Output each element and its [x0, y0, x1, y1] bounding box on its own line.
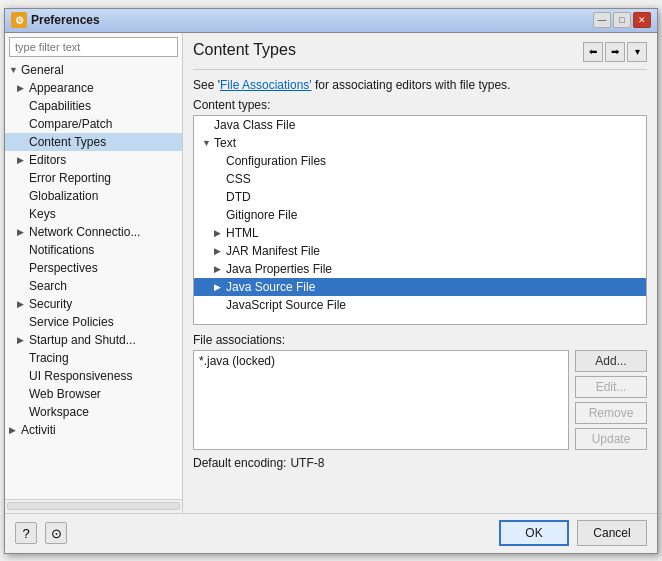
tree-item-activiti[interactable]: ▶ Activiti: [5, 421, 182, 439]
arrow-icon: [17, 101, 29, 111]
tree-item-capabilities[interactable]: Capabilities: [5, 97, 182, 115]
arrow-icon: [17, 245, 29, 255]
tree-item-globalization[interactable]: Globalization: [5, 187, 182, 205]
ct-configuration-files[interactable]: Configuration Files: [194, 152, 646, 170]
tree-item-content-types[interactable]: Content Types: [5, 133, 182, 151]
tree-item-appearance[interactable]: ▶ Appearance: [5, 79, 182, 97]
back-button[interactable]: ⬅: [583, 42, 603, 62]
arrow-icon: ▶: [17, 155, 29, 165]
tree-item-notifications[interactable]: Notifications: [5, 241, 182, 259]
maximize-button[interactable]: □: [613, 12, 631, 28]
panel-title: Content Types: [193, 41, 296, 63]
dropdown-button[interactable]: ▾: [627, 42, 647, 62]
arrow-icon: [17, 371, 29, 381]
arrow-icon: ▶: [9, 425, 21, 435]
arrow-icon: ▶: [17, 335, 29, 345]
tree-item-service-policies[interactable]: Service Policies: [5, 313, 182, 331]
file-assoc-item[interactable]: *.java (locked): [199, 354, 563, 368]
tree-item-tracing[interactable]: Tracing: [5, 349, 182, 367]
title-bar: ⚙ Preferences — □ ✕: [5, 9, 657, 33]
tree-area: ▼ General ▶ Appearance Capabilities Com: [5, 61, 182, 499]
dialog-buttons: OK Cancel: [499, 520, 647, 546]
arrow-icon: [17, 317, 29, 327]
cancel-button[interactable]: Cancel: [577, 520, 647, 546]
arrow-icon: ▼: [9, 65, 21, 75]
navigation-buttons: ⬅ ➡ ▾: [583, 42, 647, 62]
window-controls: — □ ✕: [593, 12, 651, 28]
bottom-bar: ? ⊙ OK Cancel: [5, 513, 657, 553]
ct-jar-manifest[interactable]: ▶ JAR Manifest File: [194, 242, 646, 260]
tree-item-editors[interactable]: ▶ Editors: [5, 151, 182, 169]
divider: [193, 69, 647, 70]
edit-button[interactable]: Edit...: [575, 376, 647, 398]
arrow-icon: [17, 263, 29, 273]
tree-item-perspectives[interactable]: Perspectives: [5, 259, 182, 277]
horizontal-scrollbar[interactable]: [5, 499, 182, 513]
arrow-icon: [17, 191, 29, 201]
content-types-label: Content types:: [193, 98, 647, 112]
remove-button[interactable]: Remove: [575, 402, 647, 424]
preferences-window: ⚙ Preferences — □ ✕ ▼ General ▶ Appearan…: [4, 8, 658, 554]
default-encoding-row: Default encoding: UTF-8: [193, 456, 647, 470]
window-title: Preferences: [31, 13, 593, 27]
arrow-icon: [17, 119, 29, 129]
arrow-icon: [17, 353, 29, 363]
ct-java-source[interactable]: ▶ Java Source File: [194, 278, 646, 296]
tree-item-ui-responsiveness[interactable]: UI Responsiveness: [5, 367, 182, 385]
file-associations-list[interactable]: *.java (locked): [193, 350, 569, 450]
ct-java-class-file[interactable]: Java Class File: [194, 116, 646, 134]
update-button[interactable]: Update: [575, 428, 647, 450]
help-button[interactable]: ?: [15, 522, 37, 544]
arrow-icon: [17, 173, 29, 183]
tree-item-general[interactable]: ▼ General: [5, 61, 182, 79]
content-area: ▼ General ▶ Appearance Capabilities Com: [5, 33, 657, 513]
info-button[interactable]: ⊙: [45, 522, 67, 544]
ct-text[interactable]: ▼ Text: [194, 134, 646, 152]
ct-java-properties[interactable]: ▶ Java Properties File: [194, 260, 646, 278]
tree-item-keys[interactable]: Keys: [5, 205, 182, 223]
arrow-icon: [17, 209, 29, 219]
add-button[interactable]: Add...: [575, 350, 647, 372]
description-text: See 'File Associations' for associating …: [193, 78, 647, 92]
file-associations-link[interactable]: File Associations': [220, 78, 312, 92]
ct-javascript-source[interactable]: JavaScript Source File: [194, 296, 646, 314]
arrow-icon: ▶: [17, 299, 29, 309]
ct-dtd[interactable]: DTD: [194, 188, 646, 206]
scrollbar-track[interactable]: [7, 502, 180, 510]
description-prefix: See ': [193, 78, 220, 92]
tree-item-security[interactable]: ▶ Security: [5, 295, 182, 313]
content-types-list[interactable]: Java Class File ▼ Text Configuration Fil…: [193, 115, 647, 325]
arrow-icon: ▶: [17, 227, 29, 237]
forward-button[interactable]: ➡: [605, 42, 625, 62]
tree-item-web-browser[interactable]: Web Browser: [5, 385, 182, 403]
arrow-icon: [17, 407, 29, 417]
file-associations-label: File associations:: [193, 333, 647, 347]
tree-item-workspace[interactable]: Workspace: [5, 403, 182, 421]
close-button[interactable]: ✕: [633, 12, 651, 28]
default-encoding-label: Default encoding:: [193, 456, 286, 470]
file-associations-area: *.java (locked) Add... Edit... Remove Up…: [193, 350, 647, 450]
ok-button[interactable]: OK: [499, 520, 569, 546]
arrow-icon: [17, 389, 29, 399]
minimize-button[interactable]: —: [593, 12, 611, 28]
tree-item-search[interactable]: Search: [5, 277, 182, 295]
file-assoc-buttons: Add... Edit... Remove Update: [575, 350, 647, 450]
tree-item-startup-shutdown[interactable]: ▶ Startup and Shutd...: [5, 331, 182, 349]
ct-gitignore[interactable]: Gitignore File: [194, 206, 646, 224]
arrow-icon: [17, 281, 29, 291]
tree-item-error-reporting[interactable]: Error Reporting: [5, 169, 182, 187]
default-encoding-value: UTF-8: [290, 456, 324, 470]
tree-item-compare-patch[interactable]: Compare/Patch: [5, 115, 182, 133]
right-panel: Content Types ⬅ ➡ ▾ See 'File Associatio…: [183, 33, 657, 513]
bottom-left-buttons: ? ⊙: [15, 522, 67, 544]
window-icon: ⚙: [11, 12, 27, 28]
description-suffix: for associating editors with file types.: [312, 78, 511, 92]
left-panel: ▼ General ▶ Appearance Capabilities Com: [5, 33, 183, 513]
ct-css[interactable]: CSS: [194, 170, 646, 188]
ct-html[interactable]: ▶ HTML: [194, 224, 646, 242]
filter-input[interactable]: [9, 37, 178, 57]
tree-item-network-connections[interactable]: ▶ Network Connectio...: [5, 223, 182, 241]
arrow-icon: ▶: [17, 83, 29, 93]
panel-header: Content Types ⬅ ➡ ▾: [193, 41, 647, 63]
arrow-icon: [17, 137, 29, 147]
